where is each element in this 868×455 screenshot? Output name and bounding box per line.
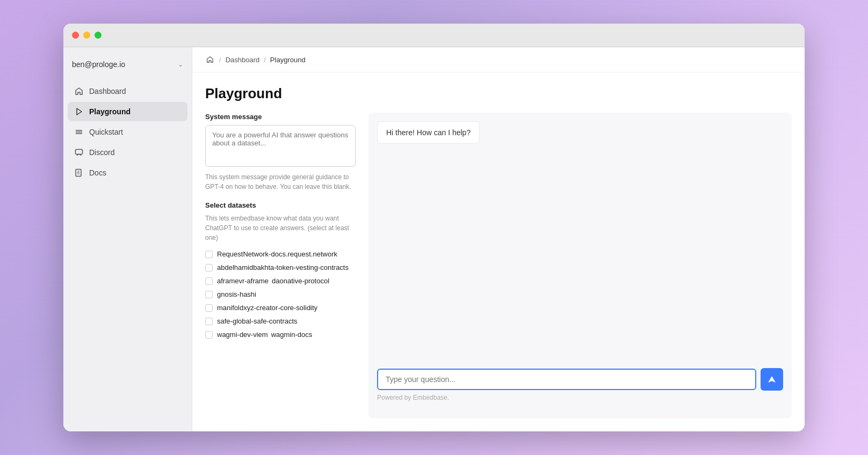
home-icon xyxy=(74,86,84,96)
sidebar-item-dashboard[interactable]: Dashboard xyxy=(68,82,187,101)
dataset-tag-daonative: daonative-protocol xyxy=(272,277,329,285)
breadcrumb-sep-1: / xyxy=(219,56,221,64)
dataset-item-7: wagmi-dev-viem wagmin-docs xyxy=(205,331,356,339)
chat-messages: Hi there! How can I help? xyxy=(377,121,783,359)
dataset-checkbox-2[interactable] xyxy=(205,264,213,271)
dataset-item-2: abdelhamidbakhta-token-vesting-contracts xyxy=(205,263,356,271)
dataset-tag-wagmin: wagmin-docs xyxy=(271,331,313,339)
dataset-item-5: manifoldxyz-creator-core-solidity xyxy=(205,304,356,312)
breadcrumb-dashboard[interactable]: Dashboard xyxy=(226,56,260,64)
svg-marker-0 xyxy=(77,108,82,115)
chat-initial-message: Hi there! How can I help? xyxy=(377,121,480,144)
page-title: Playground xyxy=(205,85,792,102)
chat-panel: Hi there! How can I help? xyxy=(368,113,792,419)
sidebar-item-discord-label: Discord xyxy=(89,148,114,157)
play-icon xyxy=(74,107,84,116)
send-icon xyxy=(768,375,776,384)
select-datasets-label: Select datasets xyxy=(205,201,356,209)
send-button[interactable] xyxy=(761,368,783,391)
chat-input-area xyxy=(377,368,783,391)
svg-marker-9 xyxy=(768,376,776,383)
app-window: ben@prologe.io ⌄ Dashboard xyxy=(63,24,805,431)
chat-icon xyxy=(74,148,84,157)
user-account[interactable]: ben@prologe.io ⌄ xyxy=(63,56,192,73)
dataset-checkbox-7[interactable] xyxy=(205,331,213,339)
breadcrumb-current: Playground xyxy=(270,56,306,64)
powered-by: Powered by Embedbase. xyxy=(377,394,783,410)
breadcrumb-home-icon[interactable] xyxy=(205,55,215,64)
system-message-helper: This system message provide general guid… xyxy=(205,172,356,192)
dataset-item-1: RequestNetwork-docs.request.network xyxy=(205,250,356,258)
app-body: ben@prologe.io ⌄ Dashboard xyxy=(63,47,805,431)
sidebar-item-quickstart[interactable]: Quickstart xyxy=(68,122,187,142)
menu-icon xyxy=(74,127,84,137)
datasets-section: Select datasets This lets embedbase know… xyxy=(205,201,356,339)
dataset-item-3: aframevr-aframe daonative-protocol xyxy=(205,277,356,285)
dataset-item-6: safe-global-safe-contracts xyxy=(205,317,356,325)
nav-items: Dashboard Playground xyxy=(63,82,192,182)
left-panel: System message This system message provi… xyxy=(205,113,356,431)
dataset-checkbox-6[interactable] xyxy=(205,318,213,325)
dataset-item-4: gnosis-hashi xyxy=(205,290,356,298)
main-content: / Dashboard / Playground Playground Syst… xyxy=(192,47,805,431)
book-icon xyxy=(74,168,84,178)
traffic-lights xyxy=(72,32,102,39)
dataset-checkbox-5[interactable] xyxy=(205,304,213,312)
close-button[interactable] xyxy=(72,32,79,39)
dataset-name-5: manifoldxyz-creator-core-solidity xyxy=(217,304,317,312)
dataset-tag-wagmi: wagmi-dev-viem xyxy=(217,331,268,339)
svg-rect-4 xyxy=(76,150,83,155)
sidebar-item-quickstart-label: Quickstart xyxy=(89,128,123,136)
two-column-layout: System message This system message provi… xyxy=(205,113,792,431)
dataset-tags-3: aframevr-aframe daonative-protocol xyxy=(217,277,329,285)
dataset-name-4: gnosis-hashi xyxy=(217,290,256,298)
dataset-name-6: safe-global-safe-contracts xyxy=(217,317,298,325)
datasets-description: This lets embedbase know what data you w… xyxy=(205,214,356,243)
minimize-button[interactable] xyxy=(83,32,90,39)
dataset-checkbox-1[interactable] xyxy=(205,251,213,258)
chevron-down-icon: ⌄ xyxy=(178,61,183,68)
sidebar-item-discord[interactable]: Discord xyxy=(68,143,187,162)
dataset-tags-7: wagmi-dev-viem wagmin-docs xyxy=(217,331,312,339)
dataset-checkbox-4[interactable] xyxy=(205,291,213,298)
sidebar-item-playground-label: Playground xyxy=(89,107,131,116)
sidebar: ben@prologe.io ⌄ Dashboard xyxy=(63,47,192,431)
dataset-name-1: RequestNetwork-docs.request.network xyxy=(217,250,337,258)
sidebar-item-docs[interactable]: Docs xyxy=(68,163,187,182)
sidebar-item-playground[interactable]: Playground xyxy=(68,102,187,121)
page-area: Playground System message This system me… xyxy=(192,72,805,431)
sidebar-item-dashboard-label: Dashboard xyxy=(89,87,126,96)
user-email: ben@prologe.io xyxy=(72,60,125,69)
dataset-list: RequestNetwork-docs.request.network abde… xyxy=(205,250,356,339)
sidebar-item-docs-label: Docs xyxy=(89,168,106,177)
system-message-label: System message xyxy=(205,113,356,121)
chat-input-section: Powered by Embedbase. xyxy=(377,359,783,410)
dataset-name-2: abdelhamidbakhta-token-vesting-contracts xyxy=(217,263,349,271)
breadcrumb-sep-2: / xyxy=(264,56,266,64)
breadcrumb: / Dashboard / Playground xyxy=(192,47,805,72)
system-message-textarea[interactable] xyxy=(205,125,356,167)
chat-question-input[interactable] xyxy=(377,369,756,390)
fullscreen-button[interactable] xyxy=(95,32,102,39)
dataset-tag-aframe: aframevr-aframe xyxy=(217,277,269,285)
titlebar xyxy=(63,24,805,47)
dataset-checkbox-3[interactable] xyxy=(205,277,213,285)
